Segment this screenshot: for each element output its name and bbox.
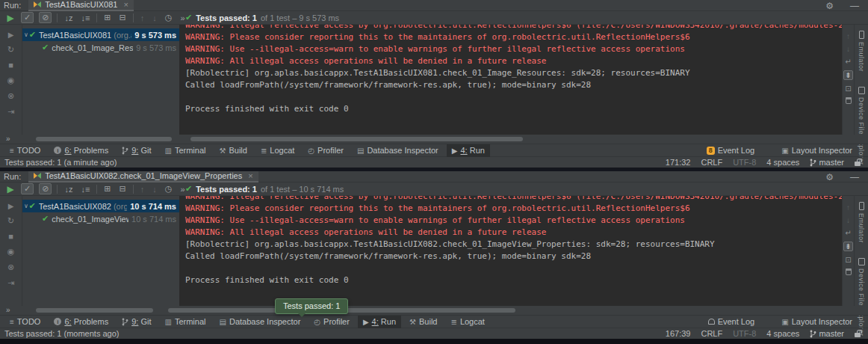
scroll-down-icon[interactable]: ↓ <box>846 45 850 53</box>
tool-button-terminal[interactable]: ▥Terminal <box>159 144 211 157</box>
previous-occurrence-button[interactable]: ↑ <box>139 13 146 22</box>
gear-icon[interactable]: ⚙ <box>825 172 834 182</box>
rerun-tests-button[interactable]: ▶ <box>0 184 21 194</box>
tool-button-profiler[interactable]: ◴Profiler <box>309 316 355 328</box>
test-history-button[interactable]: ◷ <box>164 184 174 194</box>
tree-scrollbar-thumb[interactable] <box>36 308 153 313</box>
scroll-to-end-icon[interactable]: ⇟ <box>843 70 852 80</box>
test-tree-child-row[interactable]: ✔ check_01_Image_Resources 9 s 573 ms <box>22 41 179 54</box>
exit-icon[interactable]: ⇥ <box>7 107 14 117</box>
tool-button-terminal[interactable]: ▥Terminal <box>159 316 211 328</box>
stop-icon[interactable]: ■ <box>8 232 13 241</box>
tool-button-build[interactable]: ⚒Build <box>404 316 442 328</box>
emulator-tool-button[interactable]: Emulator <box>858 31 865 72</box>
line-separator[interactable]: CRLF <box>701 329 722 338</box>
file-encoding[interactable]: UTF-8 <box>733 329 756 338</box>
tool-button-git[interactable]: 9: Git <box>117 316 156 328</box>
sort-by-duration-button[interactable]: ↓≡ <box>79 185 91 194</box>
show-ignored-toggle[interactable]: ⊘ <box>39 183 52 194</box>
tool-button-logcat[interactable]: ≣Logcat <box>445 316 489 328</box>
console-scrollbar-thumb[interactable] <box>190 137 523 141</box>
event-log-button[interactable]: Event Log <box>703 316 760 328</box>
line-separator[interactable]: CRLF <box>701 158 722 167</box>
tool-button-run[interactable]: ▶4: Run <box>447 144 490 157</box>
scroll-to-end-icon[interactable]: ⇟ <box>843 242 852 251</box>
clear-console-icon[interactable] <box>846 268 852 275</box>
next-occurrence-button[interactable]: ↓ <box>151 185 158 194</box>
tool-button-run[interactable]: ▶4: Run <box>358 316 401 328</box>
attach-debugger-icon[interactable]: ⊗ <box>7 262 14 272</box>
attach-debugger-icon[interactable]: ⊗ <box>7 91 14 101</box>
print-icon[interactable]: ⊡ <box>845 256 851 264</box>
scroll-up-icon[interactable]: ↑ <box>846 203 850 212</box>
more-icon[interactable]: » <box>6 135 10 143</box>
stop-icon[interactable]: ■ <box>8 61 13 70</box>
event-log-button[interactable]: 8Event Log <box>701 144 760 157</box>
tool-button-database-inspector[interactable]: ▤Database Inspector <box>352 144 444 157</box>
chevron-down-icon[interactable]: ∨ <box>24 31 29 38</box>
caret-position[interactable]: 171:32 <box>666 158 691 167</box>
lock-icon[interactable] <box>855 162 861 166</box>
rerun-tests-button[interactable]: ▶ <box>0 13 21 23</box>
indent-setting[interactable]: 4 spaces <box>766 329 799 338</box>
collapse-all-button[interactable]: ⊟ <box>118 13 128 22</box>
next-occurrence-button[interactable]: ↓ <box>151 13 158 22</box>
indent-setting[interactable]: 4 spaces <box>766 158 799 167</box>
run-tab[interactable]: TestA1BasicUIX081 × <box>28 0 134 11</box>
test-duration: 9 s 573 ms <box>131 31 176 40</box>
soft-wrap-icon[interactable]: ↵ <box>845 229 851 237</box>
sort-alphabetically-button[interactable]: ↓z <box>63 185 74 194</box>
tool-button-problems[interactable]: i6: Problems <box>49 144 114 157</box>
more-icon[interactable]: » <box>6 306 10 314</box>
file-encoding[interactable]: UTF-8 <box>733 158 756 167</box>
toggle-auto-test-icon[interactable]: ↻ <box>7 216 14 226</box>
test-history-button[interactable]: ◷ <box>164 13 174 22</box>
soft-wrap-icon[interactable]: ↵ <box>845 58 851 66</box>
show-passed-toggle[interactable]: ✓ <box>21 183 34 194</box>
tool-button-problems[interactable]: i6: Problems <box>49 316 114 328</box>
clear-console-icon[interactable] <box>846 97 852 104</box>
layout-inspector-button[interactable]: ▣Layout Inspector <box>776 144 858 157</box>
gear-icon[interactable]: ⚙ <box>825 1 834 11</box>
scroll-down-icon[interactable]: ↓ <box>846 216 850 224</box>
run-tab[interactable]: TestA1BasicUIX082.check_01_ImageView_Pro… <box>28 171 258 182</box>
test-tree-root-row[interactable]: ∨ ✔ TestA1BasicUIX081 (org.aplas.basica … <box>22 28 179 41</box>
sort-by-duration-button[interactable]: ↓≡ <box>79 13 91 22</box>
git-branch-widget[interactable]: master <box>810 156 844 169</box>
minimize-icon[interactable]: — <box>850 1 859 11</box>
tool-button-build[interactable]: ⚒Build <box>214 144 252 157</box>
emulator-tool-button[interactable]: Emulator <box>858 202 865 243</box>
tool-button-database-inspector[interactable]: ▤Database Inspector <box>214 316 306 328</box>
print-icon[interactable]: ⊡ <box>845 85 851 93</box>
screenshot-icon[interactable]: ◉ <box>7 76 15 85</box>
test-tree-child-row[interactable]: ✔ check_01_ImageView_Properties 10 s 714… <box>22 212 179 225</box>
tree-scrollbar-thumb[interactable] <box>36 137 172 141</box>
expand-all-button[interactable]: ⊞ <box>102 13 112 22</box>
sort-alphabetically-button[interactable]: ↓z <box>63 13 74 22</box>
previous-occurrence-button[interactable]: ↑ <box>139 185 146 194</box>
rerun-failed-tests-icon[interactable]: ▶ <box>8 31 14 39</box>
tool-button-logcat[interactable]: ≣Logcat <box>255 144 300 157</box>
rerun-failed-tests-icon[interactable]: ▶ <box>8 202 14 210</box>
tool-button-todo[interactable]: ≡TODO <box>4 316 46 328</box>
expand-all-button[interactable]: ⊞ <box>102 184 112 194</box>
close-icon[interactable]: × <box>123 0 128 9</box>
git-branch-widget[interactable]: master <box>810 328 844 340</box>
tool-button-git[interactable]: 9: Git <box>117 144 156 157</box>
collapse-all-button[interactable]: ⊟ <box>118 184 128 194</box>
close-icon[interactable]: × <box>248 171 252 180</box>
tool-button-todo[interactable]: ≡TODO <box>4 144 46 157</box>
toggle-auto-test-icon[interactable]: ↻ <box>7 45 14 55</box>
screenshot-icon[interactable]: ◉ <box>7 247 15 257</box>
scroll-up-icon[interactable]: ↑ <box>846 32 850 40</box>
show-ignored-toggle[interactable]: ⊘ <box>39 12 52 23</box>
exit-icon[interactable]: ⇥ <box>7 278 14 288</box>
minimize-icon[interactable]: — <box>850 172 859 182</box>
test-tree-root-row[interactable]: ∨ ✔ TestA1BasicUIX082 (org.aplas.basica … <box>22 200 179 212</box>
caret-position[interactable]: 167:39 <box>666 329 691 338</box>
tool-window-bar: ≡TODO i6: Problems 9: Git ▥Terminal ▤Dat… <box>0 316 868 328</box>
layout-inspector-button[interactable]: ▣Layout Inspector <box>776 316 858 328</box>
tool-button-profiler[interactable]: ◴Profiler <box>303 144 349 157</box>
lock-icon[interactable] <box>855 333 861 337</box>
show-passed-toggle[interactable]: ✓ <box>21 12 34 23</box>
